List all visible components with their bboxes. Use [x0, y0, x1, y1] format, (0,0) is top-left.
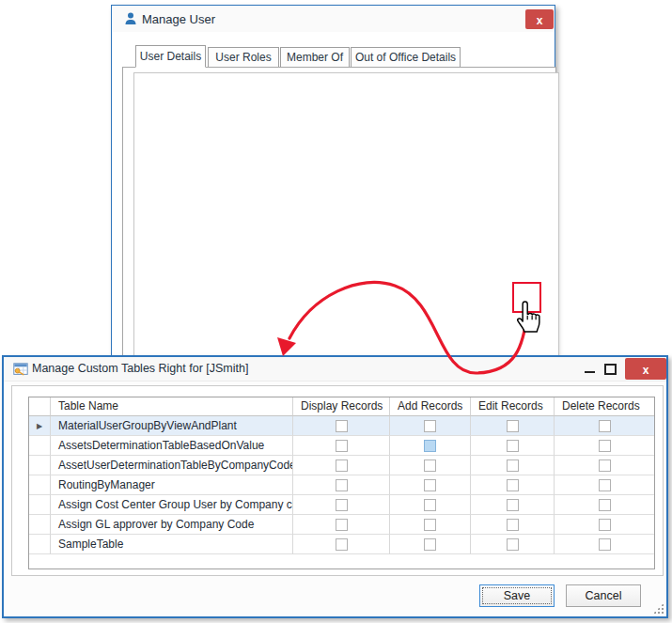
- cancel-button[interactable]: Cancel: [566, 584, 641, 607]
- delete-records-cell: [555, 495, 655, 515]
- table-key-icon: [13, 362, 28, 377]
- delete-records-checkbox[interactable]: [599, 459, 611, 472]
- table-row[interactable]: AssetUserDeterminationTableByCompanyCode: [29, 456, 654, 475]
- delete-records-cell: [555, 535, 655, 554]
- edit-records-cell: [471, 436, 555, 456]
- grid-panel: Table NameDisplay RecordsAdd RecordsEdit…: [11, 385, 664, 576]
- edit-records-checkbox[interactable]: [507, 499, 519, 511]
- manage-user-titlebar: Manage User x: [112, 6, 555, 32]
- edit-records-cell: [471, 515, 555, 535]
- add-records-checkbox[interactable]: [424, 420, 436, 432]
- table-row[interactable]: AssetsDeterminationTableBasedOnValue: [29, 436, 654, 456]
- table-row[interactable]: ▶MaterialUserGroupByViewAndPlant: [29, 416, 654, 436]
- add-records-cell: [390, 436, 471, 456]
- delete-records-cell: [555, 515, 655, 535]
- table-name-cell[interactable]: MaterialUserGroupByViewAndPlant: [51, 416, 293, 436]
- delete-records-checkbox[interactable]: [599, 440, 611, 452]
- resize-grip[interactable]: [653, 603, 664, 614]
- tab-user-roles[interactable]: User Roles: [208, 47, 279, 68]
- edit-records-cell: [471, 475, 555, 495]
- delete-records-checkbox[interactable]: [599, 499, 611, 511]
- column-header-delete-records[interactable]: Delete Records: [555, 397, 655, 416]
- manage-user-window: Manage User x User DetailsUser RolesMemb…: [111, 5, 555, 356]
- tab-member-of[interactable]: Member Of: [280, 47, 350, 68]
- display-records-checkbox[interactable]: [336, 538, 348, 551]
- display-records-checkbox[interactable]: [336, 459, 348, 472]
- edit-records-checkbox[interactable]: [507, 538, 519, 551]
- window-title: Manage Custom Tables Right for [JSmith]: [32, 362, 248, 375]
- row-indicator: [29, 515, 51, 535]
- table-name-cell[interactable]: AssetUserDeterminationTableByCompanyCode: [51, 456, 293, 475]
- display-records-cell: [293, 436, 390, 456]
- display-records-checkbox[interactable]: [336, 519, 348, 531]
- edit-records-checkbox[interactable]: [507, 519, 519, 531]
- close-icon[interactable]: x: [625, 358, 666, 380]
- row-indicator: [29, 456, 51, 475]
- display-records-cell: [293, 495, 390, 515]
- minimize-icon[interactable]: [585, 371, 595, 373]
- display-records-checkbox[interactable]: [336, 499, 348, 511]
- table-row[interactable]: Assign GL approver by Company Code: [29, 515, 654, 535]
- delete-records-cell: [555, 475, 655, 495]
- display-records-checkbox[interactable]: [336, 440, 348, 452]
- table-row[interactable]: SampleTable: [29, 535, 654, 554]
- delete-records-cell: [555, 436, 655, 456]
- table-row[interactable]: Assign Cost Center Group User by Company…: [29, 495, 654, 515]
- delete-records-checkbox[interactable]: [599, 519, 611, 531]
- add-records-cell: [390, 515, 471, 535]
- row-indicator-header: [29, 397, 51, 416]
- table-name-cell[interactable]: Assign Cost Center Group User by Company…: [51, 495, 293, 515]
- add-records-checkbox[interactable]: [424, 538, 436, 551]
- delete-records-cell: [555, 456, 655, 475]
- edit-records-cell: [471, 456, 555, 475]
- add-records-cell: [390, 475, 471, 495]
- user-icon: [123, 11, 138, 26]
- add-records-cell: [390, 456, 471, 475]
- column-header-edit-records[interactable]: Edit Records: [471, 397, 555, 416]
- display-records-cell: [293, 416, 390, 436]
- save-button[interactable]: Save: [479, 584, 555, 607]
- add-records-cell: [390, 495, 471, 515]
- tab-out-of-office-details[interactable]: Out of Office Details: [351, 47, 461, 68]
- add-records-checkbox[interactable]: [424, 459, 436, 472]
- delete-records-checkbox[interactable]: [599, 538, 611, 551]
- table-row[interactable]: RoutingByManager: [29, 475, 654, 495]
- custom-tables-grid: Table NameDisplay RecordsAdd RecordsEdit…: [28, 397, 655, 569]
- display-records-checkbox[interactable]: [336, 420, 348, 432]
- table-name-cell[interactable]: Assign GL approver by Company Code: [51, 515, 293, 535]
- edit-records-checkbox[interactable]: [507, 420, 519, 432]
- window-title: Manage User: [142, 12, 215, 26]
- column-header-display-records[interactable]: Display Records: [293, 397, 390, 416]
- tab-user-details[interactable]: User Details: [135, 45, 206, 68]
- display-records-cell: [293, 515, 390, 535]
- delete-records-checkbox[interactable]: [599, 420, 611, 432]
- add-records-checkbox[interactable]: [424, 440, 436, 452]
- close-icon[interactable]: x: [525, 9, 554, 29]
- table-name-cell[interactable]: SampleTable: [51, 535, 293, 554]
- add-records-checkbox[interactable]: [424, 499, 436, 511]
- add-records-cell: [390, 416, 471, 436]
- custom-tables-window: Manage Custom Tables Right for [JSmith] …: [2, 355, 668, 618]
- row-indicator: ▶: [29, 416, 51, 436]
- add-records-checkbox[interactable]: [424, 519, 436, 531]
- edit-records-cell: [471, 416, 555, 436]
- table-name-cell[interactable]: RoutingByManager: [51, 475, 293, 495]
- red-highlight-box: [512, 282, 541, 313]
- edit-records-checkbox[interactable]: [507, 459, 519, 472]
- display-records-cell: [293, 475, 390, 495]
- delete-records-checkbox[interactable]: [599, 479, 611, 491]
- display-records-checkbox[interactable]: [336, 479, 348, 491]
- display-records-cell: [293, 456, 390, 475]
- edit-records-checkbox[interactable]: [507, 440, 519, 452]
- row-indicator: [29, 495, 51, 515]
- table-name-cell[interactable]: AssetsDeterminationTableBasedOnValue: [51, 436, 293, 456]
- custom-tables-titlebar: Manage Custom Tables Right for [JSmith] …: [4, 357, 666, 382]
- add-records-cell: [390, 535, 471, 554]
- column-header-add-records[interactable]: Add Records: [390, 397, 471, 416]
- row-indicator: [29, 475, 51, 495]
- maximize-icon[interactable]: [604, 364, 617, 375]
- add-records-checkbox[interactable]: [424, 479, 436, 491]
- edit-records-checkbox[interactable]: [507, 479, 519, 491]
- column-header-table-name[interactable]: Table Name: [51, 397, 293, 416]
- row-indicator: [29, 535, 51, 554]
